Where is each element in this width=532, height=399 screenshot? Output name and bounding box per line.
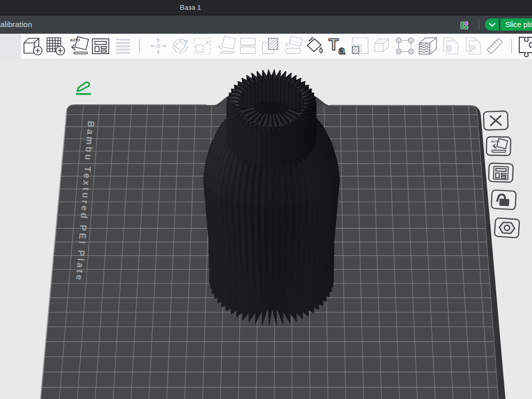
svg-text:AUTO: AUTO: [70, 38, 80, 42]
svg-text:AUTO: AUTO: [491, 140, 500, 143]
svg-text:P: P: [470, 44, 475, 54]
svg-text:a: a: [338, 44, 345, 57]
svg-text:0: 0: [447, 44, 451, 54]
svg-text:T: T: [329, 36, 338, 54]
